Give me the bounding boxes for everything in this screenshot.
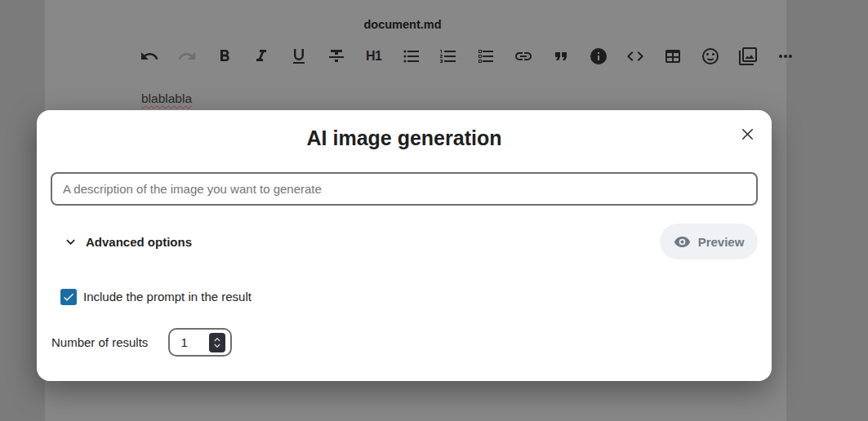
eye-icon [674,233,691,250]
blockquote-icon[interactable] [550,46,572,67]
number-of-results-row: Number of results 1 [51,328,232,357]
task-list-icon[interactable] [475,46,496,67]
include-prompt-row[interactable]: Include the prompt in the result [60,288,251,305]
link-icon[interactable] [513,46,534,67]
italic-icon[interactable] [251,46,272,67]
include-prompt-label: Include the prompt in the result [83,290,251,304]
number-of-results-input[interactable]: 1 [168,328,232,357]
stepper-arrows-icon [211,335,224,351]
editor-toolbar: H1 [139,46,796,67]
emoji-picker-icon[interactable] [700,46,721,67]
bold-icon[interactable] [214,46,235,67]
document-text: blablabla [141,91,192,106]
insert-image-icon[interactable] [737,46,759,67]
table-icon[interactable] [662,46,683,67]
ordered-list-icon[interactable] [438,46,459,67]
check-icon [62,290,75,304]
redo-icon[interactable] [176,46,198,67]
include-prompt-checkbox[interactable] [60,289,77,305]
number-stepper[interactable] [209,333,225,352]
document-title: document.md [0,18,805,31]
image-description-input[interactable] [51,172,758,206]
number-of-results-value: 1 [170,335,187,349]
code-block-icon[interactable] [625,46,646,67]
close-icon[interactable] [734,121,760,147]
info-icon[interactable] [588,46,609,67]
chevron-down-icon [62,233,79,250]
strikethrough-icon[interactable] [326,46,347,67]
advanced-options-label: Advanced options [86,235,192,249]
advanced-options-row: Advanced options Preview [51,224,758,259]
more-actions-icon[interactable] [775,46,796,67]
heading-1-label: H1 [366,49,381,64]
preview-button[interactable]: Preview [660,224,758,259]
dialog-title: AI image generation [37,126,772,150]
advanced-options-toggle[interactable]: Advanced options [62,233,192,250]
underline-icon[interactable] [288,46,309,67]
heading-1-icon[interactable]: H1 [363,46,385,67]
preview-button-label: Preview [698,235,745,249]
ai-image-generation-dialog: AI image generation Advanced options Pre… [37,110,772,381]
number-of-results-label: Number of results [51,335,148,349]
unordered-list-icon[interactable] [401,46,422,67]
undo-icon[interactable] [139,46,160,67]
